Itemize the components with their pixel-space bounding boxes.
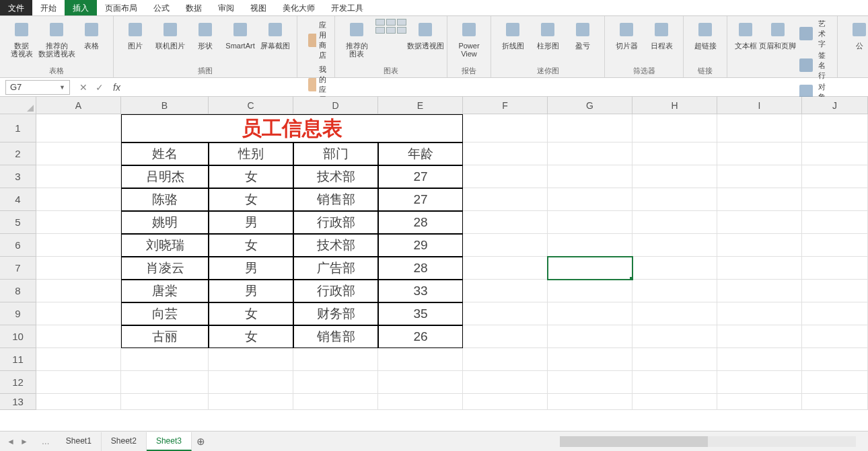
- ribbon-btn-表格[interactable]: 表格: [75, 19, 108, 50]
- cell-F4[interactable]: [463, 188, 548, 211]
- sheet-more[interactable]: …: [35, 437, 57, 446]
- cell-J8[interactable]: [802, 280, 868, 302]
- cell-C8[interactable]: 男: [209, 280, 293, 302]
- cell-B12[interactable]: [121, 371, 209, 394]
- menu-审阅[interactable]: 审阅: [210, 0, 242, 15]
- cell-H2[interactable]: [632, 142, 717, 165]
- col-header-E[interactable]: E: [378, 97, 463, 114]
- col-header-H[interactable]: H: [632, 97, 717, 114]
- cell-A3[interactable]: [36, 165, 121, 188]
- cell-A5[interactable]: [36, 211, 121, 234]
- cell-A6[interactable]: [36, 234, 121, 257]
- cell-I12[interactable]: [717, 371, 802, 394]
- cell-G2[interactable]: [548, 142, 632, 165]
- cell-I2[interactable]: [717, 142, 802, 165]
- cell-H5[interactable]: [632, 211, 717, 234]
- cell-J11[interactable]: [802, 348, 868, 371]
- cell-D3[interactable]: 技术部: [293, 165, 378, 188]
- row-header-7[interactable]: 7: [0, 257, 36, 280]
- cell-H12[interactable]: [632, 371, 717, 394]
- cell-H1[interactable]: [632, 114, 717, 142]
- cell-F3[interactable]: [463, 165, 548, 188]
- title-cell[interactable]: 员工信息表: [121, 114, 463, 142]
- ribbon-btn-形状[interactable]: 形状: [189, 19, 221, 50]
- cell-F13[interactable]: [463, 394, 548, 410]
- ribbon-btn-页眉和页脚[interactable]: 页眉和页脚: [762, 19, 794, 50]
- cell-B3[interactable]: 吕明杰: [121, 165, 209, 188]
- row-header-3[interactable]: 3: [0, 165, 36, 188]
- cell-G4[interactable]: [548, 188, 632, 211]
- cell-I9[interactable]: [717, 302, 802, 325]
- cell-F6[interactable]: [463, 234, 548, 257]
- cell-F9[interactable]: [463, 302, 548, 325]
- cell-J4[interactable]: [802, 188, 868, 211]
- cell-A13[interactable]: [36, 394, 121, 410]
- cell-G8[interactable]: [548, 280, 632, 302]
- cell-D7[interactable]: 广告部: [293, 257, 378, 280]
- cell-J12[interactable]: [802, 371, 868, 394]
- cell-G1[interactable]: [548, 114, 632, 142]
- sheet-nav[interactable]: ◄►: [0, 437, 35, 446]
- row-header-12[interactable]: 12: [0, 371, 36, 394]
- cell-D8[interactable]: 行政部: [293, 280, 378, 302]
- row-header-4[interactable]: 4: [0, 188, 36, 211]
- cell-J2[interactable]: [802, 142, 868, 165]
- cell-B10[interactable]: 古丽: [121, 325, 209, 348]
- sheet-tab-Sheet2[interactable]: Sheet2: [102, 432, 147, 451]
- sheet-tab-Sheet1[interactable]: Sheet1: [57, 432, 102, 451]
- row-header-11[interactable]: 11: [0, 348, 36, 371]
- cell-B8[interactable]: 唐棠: [121, 280, 209, 302]
- cell-H9[interactable]: [632, 302, 717, 325]
- row-header-10[interactable]: 10: [0, 325, 36, 348]
- menu-插入[interactable]: 插入: [65, 0, 97, 15]
- scrollbar-thumb[interactable]: [560, 436, 708, 447]
- cell-C10[interactable]: 女: [209, 325, 293, 348]
- cell-H6[interactable]: [632, 234, 717, 257]
- menu-开始[interactable]: 开始: [32, 0, 65, 15]
- cell-A7[interactable]: [36, 257, 121, 280]
- cell-C4[interactable]: 女: [209, 188, 293, 211]
- cell-I7[interactable]: [717, 257, 802, 280]
- cell-H4[interactable]: [632, 188, 717, 211]
- cell-E4[interactable]: 27: [378, 188, 463, 211]
- menu-数据[interactable]: 数据: [178, 0, 210, 15]
- cell-E6[interactable]: 29: [378, 234, 463, 257]
- cell-F2[interactable]: [463, 142, 548, 165]
- cell-F7[interactable]: [463, 257, 548, 280]
- cell-E13[interactable]: [378, 394, 463, 410]
- cell-G5[interactable]: [548, 211, 632, 234]
- cell-B4[interactable]: 陈骆: [121, 188, 209, 211]
- col-header-A[interactable]: A: [36, 97, 121, 114]
- cell-F5[interactable]: [463, 211, 548, 234]
- cell-E9[interactable]: 35: [378, 302, 463, 325]
- cell-J5[interactable]: [802, 211, 868, 234]
- cancel-icon[interactable]: ✕: [79, 82, 87, 93]
- menu-开发工具[interactable]: 开发工具: [323, 0, 371, 15]
- cell-E5[interactable]: 28: [378, 211, 463, 234]
- select-all-corner[interactable]: [0, 97, 36, 114]
- ribbon-btn-盈亏[interactable]: 盈亏: [567, 19, 599, 50]
- cell-E2[interactable]: 年龄: [378, 142, 463, 165]
- ribbon-btn-切片器[interactable]: 切片器: [610, 19, 643, 50]
- cell-J13[interactable]: [802, 394, 868, 410]
- cell-E11[interactable]: [378, 348, 463, 371]
- row-header-9[interactable]: 9: [0, 302, 36, 325]
- cell-I11[interactable]: [717, 348, 802, 371]
- cell-D10[interactable]: 销售部: [293, 325, 378, 348]
- cell-G3[interactable]: [548, 165, 632, 188]
- ribbon-item-应用商店[interactable]: 应用商店: [303, 19, 329, 62]
- name-box[interactable]: G7 ▼: [5, 80, 70, 95]
- cell-G7[interactable]: [548, 257, 632, 280]
- ribbon-btn-柱形图[interactable]: 柱形图: [532, 19, 564, 50]
- ribbon-btn-联机图片[interactable]: 联机图片: [154, 19, 186, 50]
- cell-G9[interactable]: [548, 302, 632, 325]
- row-header-8[interactable]: 8: [0, 280, 36, 302]
- cell-I5[interactable]: [717, 211, 802, 234]
- cell-B2[interactable]: 姓名: [121, 142, 209, 165]
- cell-E12[interactable]: [378, 371, 463, 394]
- cell-H11[interactable]: [632, 348, 717, 371]
- ribbon-btn-日程表[interactable]: 日程表: [645, 19, 678, 50]
- menu-公式[interactable]: 公式: [145, 0, 178, 15]
- cell-F1[interactable]: [463, 114, 548, 142]
- ribbon-btn-推荐的图表[interactable]: 推荐的 图表: [340, 19, 373, 58]
